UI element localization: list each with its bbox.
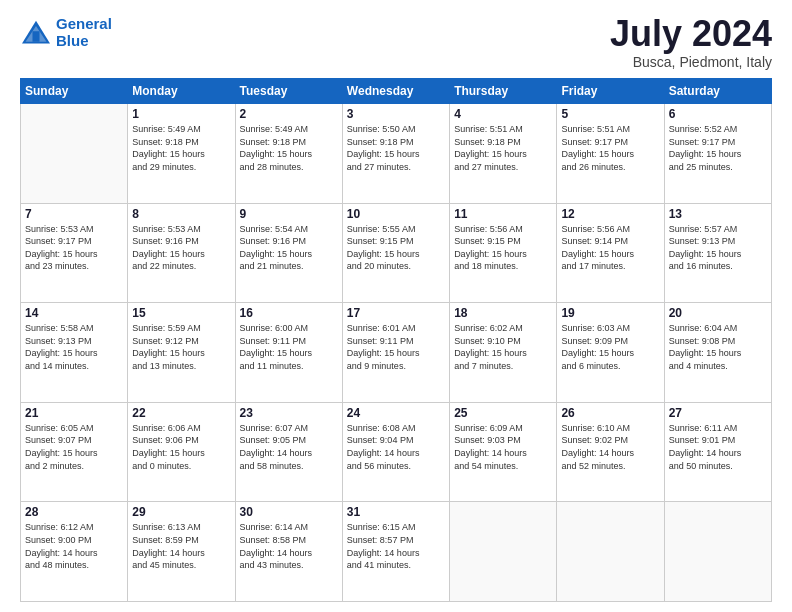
calendar-cell: 20Sunrise: 6:04 AM Sunset: 9:08 PM Dayli…	[664, 303, 771, 403]
day-number: 16	[240, 306, 338, 320]
cell-info: Sunrise: 5:57 AM Sunset: 9:13 PM Dayligh…	[669, 223, 767, 273]
cell-info: Sunrise: 5:56 AM Sunset: 9:15 PM Dayligh…	[454, 223, 552, 273]
day-header-wednesday: Wednesday	[342, 79, 449, 104]
calendar-cell: 7Sunrise: 5:53 AM Sunset: 9:17 PM Daylig…	[21, 203, 128, 303]
calendar-week-row: 28Sunrise: 6:12 AM Sunset: 9:00 PM Dayli…	[21, 502, 772, 602]
calendar-cell: 16Sunrise: 6:00 AM Sunset: 9:11 PM Dayli…	[235, 303, 342, 403]
day-number: 17	[347, 306, 445, 320]
logo-icon	[20, 19, 52, 47]
day-number: 27	[669, 406, 767, 420]
cell-info: Sunrise: 6:15 AM Sunset: 8:57 PM Dayligh…	[347, 521, 445, 571]
calendar-week-row: 14Sunrise: 5:58 AM Sunset: 9:13 PM Dayli…	[21, 303, 772, 403]
calendar-cell: 12Sunrise: 5:56 AM Sunset: 9:14 PM Dayli…	[557, 203, 664, 303]
calendar-cell: 23Sunrise: 6:07 AM Sunset: 9:05 PM Dayli…	[235, 402, 342, 502]
day-number: 21	[25, 406, 123, 420]
cell-info: Sunrise: 6:13 AM Sunset: 8:59 PM Dayligh…	[132, 521, 230, 571]
calendar-cell: 13Sunrise: 5:57 AM Sunset: 9:13 PM Dayli…	[664, 203, 771, 303]
day-number: 26	[561, 406, 659, 420]
calendar-cell: 5Sunrise: 5:51 AM Sunset: 9:17 PM Daylig…	[557, 104, 664, 204]
cell-info: Sunrise: 5:50 AM Sunset: 9:18 PM Dayligh…	[347, 123, 445, 173]
day-number: 10	[347, 207, 445, 221]
calendar-cell: 11Sunrise: 5:56 AM Sunset: 9:15 PM Dayli…	[450, 203, 557, 303]
day-number: 2	[240, 107, 338, 121]
day-number: 6	[669, 107, 767, 121]
cell-info: Sunrise: 6:03 AM Sunset: 9:09 PM Dayligh…	[561, 322, 659, 372]
header: General Blue July 2024 Busca, Piedmont, …	[20, 16, 772, 70]
cell-info: Sunrise: 6:10 AM Sunset: 9:02 PM Dayligh…	[561, 422, 659, 472]
day-header-monday: Monday	[128, 79, 235, 104]
cell-info: Sunrise: 6:05 AM Sunset: 9:07 PM Dayligh…	[25, 422, 123, 472]
calendar-cell	[21, 104, 128, 204]
day-number: 30	[240, 505, 338, 519]
cell-info: Sunrise: 6:00 AM Sunset: 9:11 PM Dayligh…	[240, 322, 338, 372]
day-number: 12	[561, 207, 659, 221]
day-number: 29	[132, 505, 230, 519]
day-number: 13	[669, 207, 767, 221]
calendar-cell: 4Sunrise: 5:51 AM Sunset: 9:18 PM Daylig…	[450, 104, 557, 204]
calendar-cell: 10Sunrise: 5:55 AM Sunset: 9:15 PM Dayli…	[342, 203, 449, 303]
day-number: 8	[132, 207, 230, 221]
calendar-cell: 3Sunrise: 5:50 AM Sunset: 9:18 PM Daylig…	[342, 104, 449, 204]
cell-info: Sunrise: 5:56 AM Sunset: 9:14 PM Dayligh…	[561, 223, 659, 273]
calendar-cell: 8Sunrise: 5:53 AM Sunset: 9:16 PM Daylig…	[128, 203, 235, 303]
day-number: 25	[454, 406, 552, 420]
location: Busca, Piedmont, Italy	[610, 54, 772, 70]
month-year: July 2024	[610, 16, 772, 52]
day-header-sunday: Sunday	[21, 79, 128, 104]
calendar-cell: 28Sunrise: 6:12 AM Sunset: 9:00 PM Dayli…	[21, 502, 128, 602]
calendar-cell: 19Sunrise: 6:03 AM Sunset: 9:09 PM Dayli…	[557, 303, 664, 403]
cell-info: Sunrise: 6:04 AM Sunset: 9:08 PM Dayligh…	[669, 322, 767, 372]
calendar-cell: 21Sunrise: 6:05 AM Sunset: 9:07 PM Dayli…	[21, 402, 128, 502]
calendar-header-row: SundayMondayTuesdayWednesdayThursdayFrid…	[21, 79, 772, 104]
calendar-cell: 2Sunrise: 5:49 AM Sunset: 9:18 PM Daylig…	[235, 104, 342, 204]
cell-info: Sunrise: 6:12 AM Sunset: 9:00 PM Dayligh…	[25, 521, 123, 571]
day-number: 5	[561, 107, 659, 121]
page: General Blue July 2024 Busca, Piedmont, …	[0, 0, 792, 612]
cell-info: Sunrise: 6:02 AM Sunset: 9:10 PM Dayligh…	[454, 322, 552, 372]
calendar-cell: 6Sunrise: 5:52 AM Sunset: 9:17 PM Daylig…	[664, 104, 771, 204]
day-number: 19	[561, 306, 659, 320]
day-number: 11	[454, 207, 552, 221]
calendar-cell	[664, 502, 771, 602]
cell-info: Sunrise: 5:52 AM Sunset: 9:17 PM Dayligh…	[669, 123, 767, 173]
day-header-tuesday: Tuesday	[235, 79, 342, 104]
calendar-cell: 24Sunrise: 6:08 AM Sunset: 9:04 PM Dayli…	[342, 402, 449, 502]
day-number: 15	[132, 306, 230, 320]
day-header-thursday: Thursday	[450, 79, 557, 104]
calendar-cell: 27Sunrise: 6:11 AM Sunset: 9:01 PM Dayli…	[664, 402, 771, 502]
day-number: 14	[25, 306, 123, 320]
calendar-cell: 18Sunrise: 6:02 AM Sunset: 9:10 PM Dayli…	[450, 303, 557, 403]
cell-info: Sunrise: 5:55 AM Sunset: 9:15 PM Dayligh…	[347, 223, 445, 273]
day-number: 3	[347, 107, 445, 121]
cell-info: Sunrise: 6:14 AM Sunset: 8:58 PM Dayligh…	[240, 521, 338, 571]
calendar-cell: 22Sunrise: 6:06 AM Sunset: 9:06 PM Dayli…	[128, 402, 235, 502]
day-number: 7	[25, 207, 123, 221]
calendar-week-row: 1Sunrise: 5:49 AM Sunset: 9:18 PM Daylig…	[21, 104, 772, 204]
cell-info: Sunrise: 5:51 AM Sunset: 9:17 PM Dayligh…	[561, 123, 659, 173]
cell-info: Sunrise: 5:51 AM Sunset: 9:18 PM Dayligh…	[454, 123, 552, 173]
calendar-cell: 31Sunrise: 6:15 AM Sunset: 8:57 PM Dayli…	[342, 502, 449, 602]
cell-info: Sunrise: 6:06 AM Sunset: 9:06 PM Dayligh…	[132, 422, 230, 472]
calendar-cell: 15Sunrise: 5:59 AM Sunset: 9:12 PM Dayli…	[128, 303, 235, 403]
day-number: 9	[240, 207, 338, 221]
day-header-saturday: Saturday	[664, 79, 771, 104]
day-header-friday: Friday	[557, 79, 664, 104]
logo: General Blue	[20, 16, 112, 49]
cell-info: Sunrise: 5:53 AM Sunset: 9:17 PM Dayligh…	[25, 223, 123, 273]
cell-info: Sunrise: 6:01 AM Sunset: 9:11 PM Dayligh…	[347, 322, 445, 372]
cell-info: Sunrise: 5:49 AM Sunset: 9:18 PM Dayligh…	[132, 123, 230, 173]
title-block: July 2024 Busca, Piedmont, Italy	[610, 16, 772, 70]
calendar-cell	[557, 502, 664, 602]
logo-line1: General	[56, 15, 112, 32]
day-number: 20	[669, 306, 767, 320]
calendar-week-row: 7Sunrise: 5:53 AM Sunset: 9:17 PM Daylig…	[21, 203, 772, 303]
day-number: 1	[132, 107, 230, 121]
cell-info: Sunrise: 6:08 AM Sunset: 9:04 PM Dayligh…	[347, 422, 445, 472]
calendar-cell: 1Sunrise: 5:49 AM Sunset: 9:18 PM Daylig…	[128, 104, 235, 204]
day-number: 4	[454, 107, 552, 121]
day-number: 23	[240, 406, 338, 420]
calendar-table: SundayMondayTuesdayWednesdayThursdayFrid…	[20, 78, 772, 602]
calendar-cell: 25Sunrise: 6:09 AM Sunset: 9:03 PM Dayli…	[450, 402, 557, 502]
calendar-cell: 17Sunrise: 6:01 AM Sunset: 9:11 PM Dayli…	[342, 303, 449, 403]
calendar-cell	[450, 502, 557, 602]
